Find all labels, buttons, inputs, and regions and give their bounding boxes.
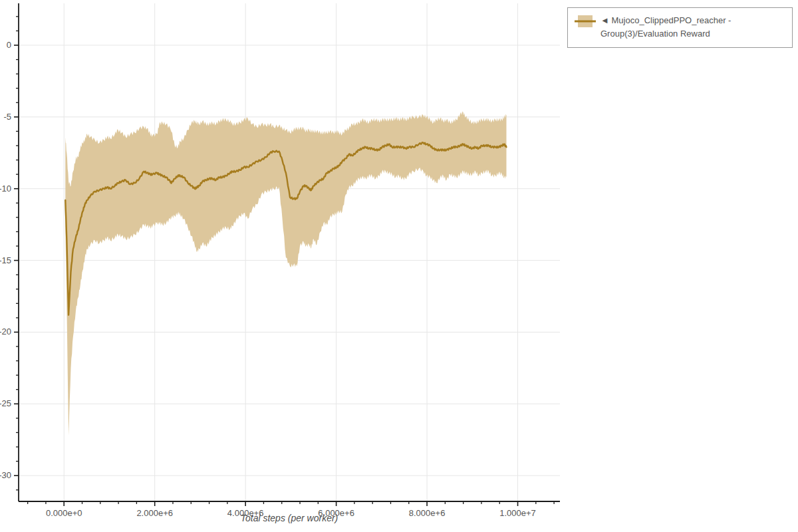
svg-text:-5: -5 <box>3 112 11 122</box>
legend-entry: ◄ Mujoco_ClippedPPO_reacher - Group(3)/E… <box>600 14 785 41</box>
reward-chart[interactable]: 0.000e+02.000e+64.000e+66.000e+68.000e+6… <box>0 0 798 532</box>
legend-label: Mujoco_ClippedPPO_reacher - Group(3)/Eva… <box>600 15 731 39</box>
svg-text:-15: -15 <box>0 255 11 265</box>
svg-text:-30: -30 <box>0 470 11 480</box>
series-swatch-icon <box>575 15 596 28</box>
svg-text:-10: -10 <box>0 184 11 194</box>
x-axis-title: Total steps (per worker) <box>19 513 560 523</box>
svg-text:0: 0 <box>7 40 11 50</box>
dashboard-page: 0.000e+02.000e+64.000e+66.000e+68.000e+6… <box>0 0 798 532</box>
legend-box[interactable]: ◄ Mujoco_ClippedPPO_reacher - Group(3)/E… <box>567 7 793 48</box>
legend-arrow-icon: ◄ <box>600 15 609 25</box>
svg-text:-20: -20 <box>0 327 11 336</box>
svg-text:-25: -25 <box>0 398 11 408</box>
